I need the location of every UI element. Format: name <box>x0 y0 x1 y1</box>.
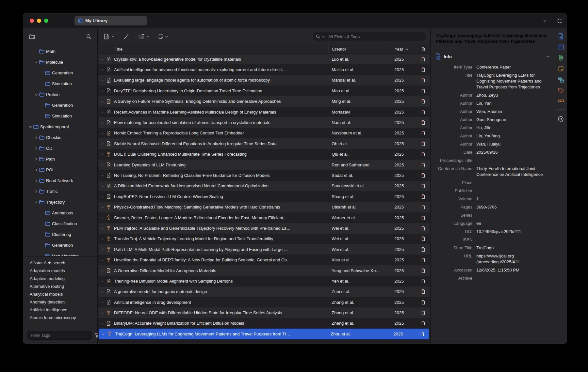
row-expand-chevron-icon[interactable]: › <box>98 321 106 325</box>
search-input[interactable]: All Fields & Tags <box>313 32 426 41</box>
table-row[interactable]: ›No Training, No Problem: Rethinking Cla… <box>98 170 430 180</box>
table-row[interactable]: ›A generative model for inorganic materi… <box>98 287 430 297</box>
collection-item-map-matching[interactable]: Map Matching <box>23 251 97 256</box>
field-value[interactable]: Guo, Shengnan <box>476 117 546 123</box>
sync-button[interactable] <box>552 13 567 28</box>
collection-item-clustering[interactable]: Clustering <box>23 229 97 240</box>
chevron-down-icon[interactable] <box>33 93 39 96</box>
field-value[interactable]: Hu, Jilin <box>476 125 546 131</box>
new-attachment-button[interactable] <box>138 34 150 39</box>
table-row[interactable]: ›DIFFODE: Neural ODE with Differentiable… <box>98 307 430 318</box>
table-row[interactable]: ›Smarter, Better, Faster, Longer: A Mode… <box>98 212 430 223</box>
minimize-window-button[interactable] <box>37 19 41 23</box>
row-expand-chevron-icon[interactable]: › <box>98 300 106 304</box>
collection-item-trajectory[interactable]: Trajectory <box>23 197 97 208</box>
row-expand-chevron-icon[interactable]: › <box>98 173 106 177</box>
filter-tags-input[interactable] <box>27 331 92 340</box>
column-header-title[interactable]: Title <box>98 45 328 54</box>
table-row[interactable]: ›Flow matching for accelerated simulatio… <box>98 117 430 128</box>
collection-item-simulation[interactable]: Simulation <box>23 78 97 89</box>
new-note-button[interactable] <box>158 34 168 39</box>
chevron-right-icon[interactable] <box>33 190 39 193</box>
field-value[interactable]: Wan, Huaiyu <box>476 141 546 147</box>
tag-item[interactable]: Anomaly detection <box>23 298 97 306</box>
chevron-right-icon[interactable] <box>33 168 39 172</box>
collection-item-anomalous[interactable]: Anomalous <box>23 208 97 218</box>
tag-item[interactable]: Alternative routing <box>23 283 97 290</box>
table-row[interactable]: ›Nomic Embed: Training a Reproducible Lo… <box>98 128 430 138</box>
collection-item-generation[interactable]: Generation <box>23 240 97 251</box>
row-expand-chevron-icon[interactable]: › <box>98 258 106 262</box>
table-row[interactable]: ›Path-LLM: A Multi-Modal Path Representa… <box>98 244 430 255</box>
field-value[interactable]: 3698-3706 <box>476 204 546 210</box>
row-expand-chevron-icon[interactable]: › <box>98 142 106 146</box>
collection-item-spatiotemporal[interactable]: Spatiotemporal <box>23 121 97 132</box>
row-expand-chevron-icon[interactable]: › <box>98 131 106 135</box>
field-value[interactable]: Thirty-Fourth International Joint Confer… <box>476 166 546 178</box>
collection-item-traffic[interactable]: Traffic <box>23 186 97 197</box>
row-expand-chevron-icon[interactable]: › <box>98 121 106 125</box>
tag-item[interactable]: A^\star A ★ search <box>23 259 97 267</box>
collection-search-button[interactable] <box>86 34 91 39</box>
table-row[interactable]: ›Physics-Constrained Flow Matching: Samp… <box>98 202 430 212</box>
collection-item-generation[interactable]: Generation <box>23 100 97 111</box>
row-expand-chevron-icon[interactable]: › <box>98 279 106 283</box>
row-expand-chevron-icon[interactable]: › <box>98 89 106 93</box>
table-row[interactable]: ›DUET: Dual Clustering Enhanced Multivar… <box>98 149 430 160</box>
row-expand-chevron-icon[interactable]: › <box>98 194 106 198</box>
sidenav-info-button[interactable] <box>558 33 564 39</box>
new-item-button[interactable] <box>104 34 115 39</box>
field-value[interactable]: Conference Paper <box>476 64 546 70</box>
tag-item[interactable]: Atomic force microscopy <box>23 314 97 322</box>
row-expand-chevron-icon[interactable]: › <box>98 78 106 82</box>
row-expand-chevron-icon[interactable]: › <box>98 100 106 103</box>
tag-item[interactable]: Adaptive modeling <box>23 275 97 283</box>
close-window-button[interactable] <box>30 19 34 23</box>
table-row[interactable]: ›Learning Dynamics of LLM FinetuningRen … <box>98 160 430 170</box>
row-expand-chevron-icon[interactable]: › <box>98 311 106 315</box>
field-value[interactable] <box>476 158 546 163</box>
field-value[interactable]: Zhou, Zeyu <box>476 92 546 98</box>
row-expand-chevron-icon[interactable]: › <box>98 205 106 209</box>
collection-item-path[interactable]: Path <box>23 154 97 164</box>
collection-item-road-network[interactable]: Road Network <box>23 175 97 186</box>
table-row[interactable]: ›DutyTTE: Deciphering Uncertainty in Ori… <box>98 85 430 96</box>
field-value[interactable]: en <box>476 221 546 226</box>
table-row[interactable]: ›A Generative Diffusion Model for Amorph… <box>98 265 430 276</box>
column-header-attachment[interactable] <box>416 45 430 54</box>
field-value[interactable] <box>476 237 546 243</box>
field-value[interactable] <box>476 180 546 186</box>
field-value[interactable]: https://www.ijcai.org /proceedings/2025/… <box>476 253 546 265</box>
chevron-right-icon[interactable] <box>33 147 39 150</box>
tag-item[interactable]: Adaptation models <box>23 267 97 275</box>
field-value[interactable]: 1 <box>476 196 546 202</box>
row-expand-chevron-icon[interactable]: › <box>98 184 106 188</box>
sidenav-locate-button[interactable] <box>558 116 564 122</box>
field-value[interactable]: 2025/09/16 <box>476 149 546 155</box>
tag-item[interactable]: Analytical models <box>23 290 97 298</box>
table-row[interactable]: ›Stable Neural Stochastic Differential E… <box>98 138 430 149</box>
zoom-window-button[interactable] <box>44 19 48 23</box>
chevron-down-icon[interactable] <box>33 201 39 204</box>
row-expand-chevron-icon[interactable]: › <box>98 68 106 72</box>
table-row[interactable]: ›CrystalFlow: a flow-based generative mo… <box>98 54 430 64</box>
field-value[interactable]: Lin, Youfang <box>476 133 546 139</box>
collection-item-math[interactable]: Math <box>23 46 97 57</box>
collapse-tabbar-icon[interactable] <box>538 20 552 22</box>
collection-item-classification[interactable]: Classification <box>23 218 97 229</box>
table-row[interactable]: ›BinaryDM: Accurate Weight Binarization … <box>98 318 430 329</box>
column-header-creator[interactable]: Creator <box>328 45 391 54</box>
tag-item[interactable]: Artificial Intelligence <box>23 306 97 314</box>
row-expand-chevron-icon[interactable]: › <box>98 110 106 114</box>
row-expand-chevron-icon[interactable]: › <box>98 163 106 167</box>
field-value[interactable]: Lin, Yan <box>476 101 546 106</box>
chevron-right-icon[interactable] <box>33 136 39 139</box>
info-section-header[interactable]: Info <box>431 49 555 62</box>
chevron-down-icon[interactable] <box>27 126 33 128</box>
table-row[interactable]: ›Training-free Diffusion Model Alignment… <box>98 276 430 286</box>
row-expand-chevron-icon[interactable]: › <box>98 216 106 220</box>
field-value[interactable]: TrajCogn <box>476 245 546 251</box>
row-expand-chevron-icon[interactable]: › <box>98 247 106 251</box>
field-value[interactable]: TrajCogn: Leveraging LLMs for Cognizing … <box>476 72 546 90</box>
sidenav-notes-button[interactable] <box>558 66 564 72</box>
